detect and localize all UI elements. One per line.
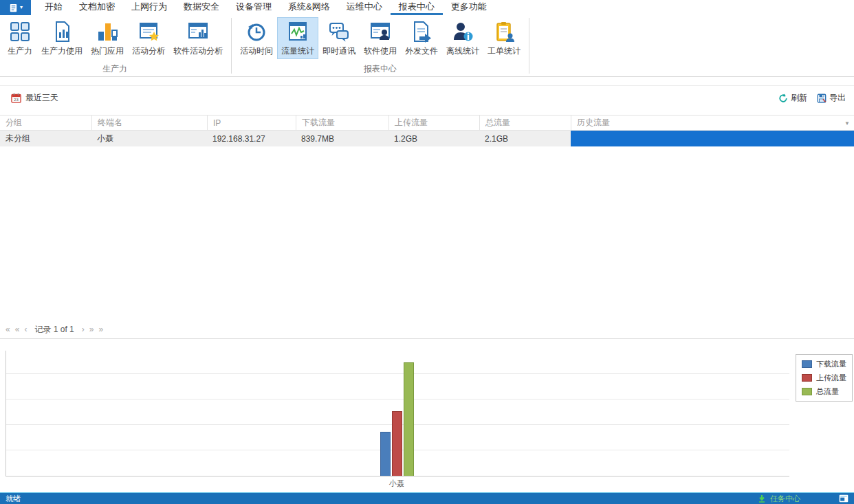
bar-chart-icon (96, 20, 119, 43)
column-header-upload[interactable]: 上传流量 (388, 116, 479, 130)
tab-data-security[interactable]: 数据安全 (175, 0, 228, 15)
task-window-icon[interactable] (839, 494, 848, 503)
table-row[interactable]: 未分组 小聂 192.168.31.27 839.7MB 1.2GB 2.1GB (0, 131, 854, 146)
pagination-bar: « « ‹ 记录 1 of 1 › » » (0, 322, 854, 337)
legend-label: 总流量 (816, 386, 839, 397)
filter-toolbar: 23 最近三天 刷新 导出 (0, 85, 854, 110)
tab-ops-center[interactable]: 运维中心 (338, 0, 391, 15)
date-range-label: 最近三天 (25, 92, 58, 104)
chart-bar-total (404, 362, 414, 476)
next-group-button[interactable]: » (89, 325, 94, 333)
ribbon-button-label: 工单统计 (488, 45, 521, 57)
application-menu-button[interactable]: ▾ (0, 0, 31, 15)
cell-history (571, 131, 854, 146)
column-header-history[interactable]: 历史流量 ▼ (571, 116, 854, 130)
table-actions: 刷新 导出 (778, 92, 846, 104)
ribbon-group-label: 报表中心 (236, 63, 525, 75)
chart-bar-download (380, 432, 391, 476)
ribbon-group-productivity: 生产力 生产力使用 热门应用 活动分析 (0, 15, 230, 76)
ribbon-button-label: 热门应用 (91, 45, 124, 57)
ribbon-toolbar: 生产力 生产力使用 热门应用 活动分析 (0, 15, 854, 77)
refresh-icon (778, 94, 788, 103)
ribbon-button-activity-analysis[interactable]: 活动分析 (128, 17, 169, 59)
export-save-icon (817, 94, 826, 103)
ribbon-button-instant-messaging[interactable]: 即时通讯 (318, 17, 360, 59)
ribbon-button-software-usage[interactable]: 软件使用 (360, 17, 401, 59)
ribbon-button-label: 即时通讯 (322, 45, 355, 57)
ribbon-button-label: 软件使用 (364, 45, 397, 57)
chart-plot-area (6, 351, 789, 476)
file-send-icon (410, 20, 433, 43)
table-header-row: 分组 终端名 IP 下载流量 上传流量 总流量 历史流量 ▼ (0, 115, 854, 131)
ribbon-button-offline-stats[interactable]: 离线统计 (442, 17, 483, 59)
svg-text:23: 23 (14, 97, 19, 102)
column-header-label: 历史流量 (577, 117, 610, 129)
tab-internet-behavior[interactable]: 上网行为 (123, 0, 175, 15)
window-chart-icon (186, 20, 210, 43)
prev-group-button[interactable]: « (15, 325, 20, 333)
ribbon-button-label: 外发文件 (405, 45, 438, 57)
column-filter-dropdown-icon[interactable]: ▼ (844, 120, 850, 127)
ribbon-button-ticket-stats[interactable]: 工单统计 (483, 17, 525, 59)
gridline (6, 399, 789, 399)
column-header-download[interactable]: 下载流量 (296, 116, 388, 130)
ribbon-button-label: 生产力 (8, 45, 32, 57)
legend-label: 上传流量 (816, 373, 846, 383)
tab-system-network[interactable]: 系统&网络 (280, 0, 338, 15)
record-count-label: 记录 1 of 1 (34, 324, 74, 336)
history-usage-bar (571, 131, 854, 146)
ticket-user-icon (492, 20, 516, 43)
ribbon-button-software-activity-analysis[interactable]: 软件活动分析 (169, 17, 227, 59)
traffic-table: 分组 终端名 IP 下载流量 上传流量 总流量 历史流量 ▼ 未分组 小聂 19… (0, 115, 854, 146)
chevron-down-icon: ▾ (20, 5, 23, 10)
tab-device-management[interactable]: 设备管理 (228, 0, 280, 15)
export-button[interactable]: 导出 (817, 92, 846, 104)
last-page-button[interactable]: » (98, 325, 103, 333)
task-center-button[interactable]: 任务中心 (770, 494, 800, 504)
status-ready-label: 就绪 (6, 494, 21, 504)
tab-start[interactable]: 开始 (36, 0, 71, 15)
ribbon-button-outgoing-files[interactable]: 外发文件 (401, 17, 442, 59)
tab-report-center[interactable]: 报表中心 (391, 0, 443, 15)
cell-terminal-name: 小聂 (91, 131, 207, 146)
tab-document-encryption[interactable]: 文档加密 (71, 0, 123, 15)
ribbon-button-label: 离线统计 (446, 45, 479, 57)
status-bar-right: 任务中心 (758, 494, 848, 504)
export-label: 导出 (829, 92, 846, 104)
traffic-chart-icon (286, 20, 309, 43)
calendar-icon: 23 (11, 93, 21, 103)
column-header-total[interactable]: 总流量 (479, 116, 571, 130)
document-chart-icon (50, 20, 74, 43)
x-axis-category-label: 小聂 (380, 479, 414, 489)
ribbon-group-report-center: 活动时间 流量统计 即时通讯 软件使用 (233, 15, 527, 76)
prev-page-button[interactable]: ‹ (24, 325, 27, 333)
legend-swatch-total (802, 388, 812, 395)
ribbon-button-productivity[interactable]: 生产力 (3, 17, 37, 59)
date-range-filter[interactable]: 23 最近三天 (11, 92, 58, 104)
column-header-group[interactable]: 分组 (0, 116, 91, 130)
clock-history-icon (245, 20, 268, 43)
traffic-bar-chart: 小聂 下载流量 上传流量 总流量 (0, 338, 854, 492)
ribbon-tab-bar: ▾ 开始 文档加密 上网行为 数据安全 设备管理 系统&网络 运维中心 报表中心… (0, 0, 854, 15)
ribbon-group-label: 生产力 (3, 63, 227, 75)
ribbon-group-separator (231, 18, 232, 74)
download-arrow-icon (758, 494, 766, 503)
ribbon-button-activity-time[interactable]: 活动时间 (236, 17, 277, 59)
first-page-button[interactable]: « (6, 325, 10, 333)
chat-icon (327, 20, 351, 43)
legend-entry-download: 下载流量 (802, 359, 846, 369)
cell-ip: 192.168.31.27 (207, 131, 296, 146)
chart-bar-upload (392, 411, 402, 476)
ribbon-button-hot-apps[interactable]: 热门应用 (87, 17, 128, 59)
next-page-button[interactable]: › (82, 325, 85, 333)
legend-label: 下载流量 (816, 359, 846, 369)
column-header-terminal-name[interactable]: 终端名 (91, 116, 207, 130)
ribbon-button-productivity-usage[interactable]: 生产力使用 (37, 17, 87, 59)
legend-swatch-upload (802, 374, 812, 382)
tab-more-features[interactable]: 更多功能 (443, 0, 495, 15)
productivity-grid-icon (8, 20, 32, 43)
ribbon-button-label: 软件活动分析 (173, 45, 223, 57)
refresh-button[interactable]: 刷新 (778, 92, 807, 104)
column-header-ip[interactable]: IP (207, 116, 296, 130)
ribbon-button-traffic-stats[interactable]: 流量统计 (277, 17, 318, 59)
